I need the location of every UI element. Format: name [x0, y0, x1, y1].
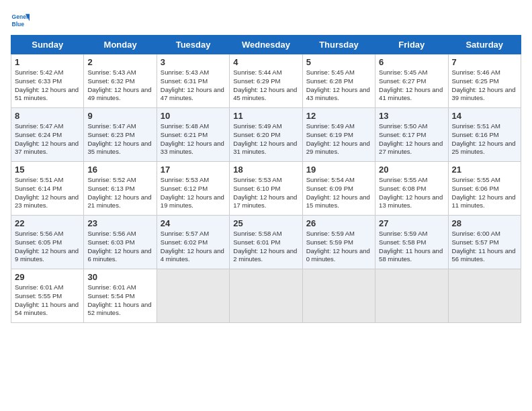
calendar-cell: 7Sunrise: 5:46 AMSunset: 6:25 PMDaylight…: [448, 54, 521, 108]
day-info: Sunrise: 5:52 AMSunset: 6:13 PMDaylight:…: [87, 176, 152, 210]
calendar-cell: 18Sunrise: 5:53 AMSunset: 6:10 PMDayligh…: [230, 162, 302, 216]
day-info: Sunrise: 5:53 AMSunset: 6:12 PMDaylight:…: [161, 176, 226, 210]
calendar-cell: 8Sunrise: 5:47 AMSunset: 6:24 PMDaylight…: [11, 108, 84, 162]
day-header-thursday: Thursday: [302, 36, 375, 54]
calendar-cell: [448, 269, 521, 323]
calendar-cell: 14Sunrise: 5:51 AMSunset: 6:16 PMDayligh…: [448, 108, 521, 162]
day-info: Sunrise: 5:48 AMSunset: 6:21 PMDaylight:…: [161, 122, 226, 156]
calendar-cell: 1Sunrise: 5:42 AMSunset: 6:33 PMDaylight…: [11, 54, 84, 108]
calendar-cell: 19Sunrise: 5:54 AMSunset: 6:09 PMDayligh…: [302, 162, 375, 216]
day-number: 11: [233, 111, 298, 121]
logo: General Blue: [11, 11, 32, 30]
day-info: Sunrise: 5:57 AMSunset: 6:02 PMDaylight:…: [161, 230, 226, 264]
day-number: 2: [87, 57, 152, 67]
day-info: Sunrise: 5:42 AMSunset: 6:33 PMDaylight:…: [15, 68, 80, 103]
day-header-friday: Friday: [375, 36, 448, 54]
day-info: Sunrise: 5:46 AMSunset: 6:25 PMDaylight:…: [452, 68, 517, 103]
calendar-cell: 29Sunrise: 6:01 AMSunset: 5:55 PMDayligh…: [11, 269, 84, 323]
calendar-cell: 20Sunrise: 5:55 AMSunset: 6:08 PMDayligh…: [375, 162, 448, 216]
calendar-cell: 9Sunrise: 5:47 AMSunset: 6:23 PMDaylight…: [84, 108, 157, 162]
day-number: 5: [306, 57, 371, 67]
calendar-cell: 21Sunrise: 5:55 AMSunset: 6:06 PMDayligh…: [448, 162, 521, 216]
day-info: Sunrise: 5:50 AMSunset: 6:17 PMDaylight:…: [379, 122, 444, 156]
day-info: Sunrise: 6:01 AMSunset: 5:55 PMDaylight:…: [15, 283, 80, 318]
calendar-cell: 23Sunrise: 5:56 AMSunset: 6:03 PMDayligh…: [84, 216, 157, 269]
calendar-cell: [302, 269, 375, 323]
day-number: 9: [87, 111, 152, 121]
calendar-cell: 4Sunrise: 5:44 AMSunset: 6:29 PMDaylight…: [230, 54, 302, 108]
day-header-saturday: Saturday: [448, 36, 521, 54]
day-number: 30: [87, 272, 152, 282]
day-info: Sunrise: 5:55 AMSunset: 6:06 PMDaylight:…: [452, 176, 517, 210]
day-info: Sunrise: 6:00 AMSunset: 5:57 PMDaylight:…: [452, 230, 517, 264]
calendar-week-4: 22Sunrise: 5:56 AMSunset: 6:05 PMDayligh…: [11, 216, 521, 269]
day-info: Sunrise: 5:56 AMSunset: 6:05 PMDaylight:…: [15, 230, 80, 264]
calendar-cell: 24Sunrise: 5:57 AMSunset: 6:02 PMDayligh…: [157, 216, 229, 269]
calendar-cell: [230, 269, 302, 323]
day-header-wednesday: Wednesday: [230, 36, 302, 54]
day-number: 28: [452, 218, 517, 228]
day-info: Sunrise: 5:59 AMSunset: 5:59 PMDaylight:…: [306, 230, 371, 264]
day-info: Sunrise: 5:45 AMSunset: 6:27 PMDaylight:…: [379, 68, 444, 103]
calendar-cell: 11Sunrise: 5:49 AMSunset: 6:20 PMDayligh…: [230, 108, 302, 162]
calendar-table: SundayMondayTuesdayWednesdayThursdayFrid…: [11, 35, 521, 323]
day-info: Sunrise: 5:58 AMSunset: 6:01 PMDaylight:…: [233, 230, 298, 264]
day-info: Sunrise: 5:56 AMSunset: 6:03 PMDaylight:…: [87, 230, 152, 264]
calendar-cell: [375, 269, 448, 323]
calendar-cell: 6Sunrise: 5:45 AMSunset: 6:27 PMDaylight…: [375, 54, 448, 108]
day-info: Sunrise: 5:55 AMSunset: 6:08 PMDaylight:…: [379, 176, 444, 210]
calendar-cell: 12Sunrise: 5:49 AMSunset: 6:19 PMDayligh…: [302, 108, 375, 162]
page-header: General Blue: [11, 11, 521, 30]
day-header-tuesday: Tuesday: [157, 36, 229, 54]
calendar-week-1: 1Sunrise: 5:42 AMSunset: 6:33 PMDaylight…: [11, 54, 521, 108]
day-number: 4: [233, 57, 298, 67]
calendar-week-2: 8Sunrise: 5:47 AMSunset: 6:24 PMDaylight…: [11, 108, 521, 162]
svg-text:Blue: Blue: [12, 21, 25, 28]
day-number: 25: [233, 218, 298, 228]
calendar-cell: [157, 269, 229, 323]
day-number: 12: [306, 111, 371, 121]
day-info: Sunrise: 5:47 AMSunset: 6:24 PMDaylight:…: [15, 122, 80, 156]
day-number: 10: [161, 111, 226, 121]
day-number: 13: [379, 111, 444, 121]
day-number: 19: [306, 165, 371, 175]
calendar-cell: 5Sunrise: 5:45 AMSunset: 6:28 PMDaylight…: [302, 54, 375, 108]
day-number: 27: [379, 218, 444, 228]
day-info: Sunrise: 5:45 AMSunset: 6:28 PMDaylight:…: [306, 68, 371, 103]
day-info: Sunrise: 5:47 AMSunset: 6:23 PMDaylight:…: [87, 122, 152, 156]
calendar-cell: 30Sunrise: 6:01 AMSunset: 5:54 PMDayligh…: [84, 269, 157, 323]
day-info: Sunrise: 5:49 AMSunset: 6:19 PMDaylight:…: [306, 122, 371, 156]
day-number: 24: [161, 218, 226, 228]
day-number: 23: [87, 218, 152, 228]
calendar-week-3: 15Sunrise: 5:51 AMSunset: 6:14 PMDayligh…: [11, 162, 521, 216]
day-number: 29: [15, 272, 80, 282]
day-info: Sunrise: 5:51 AMSunset: 6:16 PMDaylight:…: [452, 122, 517, 156]
calendar-cell: 2Sunrise: 5:43 AMSunset: 6:32 PMDaylight…: [84, 54, 157, 108]
day-number: 22: [15, 218, 80, 228]
day-info: Sunrise: 6:01 AMSunset: 5:54 PMDaylight:…: [87, 283, 152, 318]
calendar-cell: 17Sunrise: 5:53 AMSunset: 6:12 PMDayligh…: [157, 162, 229, 216]
calendar-cell: 26Sunrise: 5:59 AMSunset: 5:59 PMDayligh…: [302, 216, 375, 269]
day-number: 1: [15, 57, 80, 67]
day-number: 15: [15, 165, 80, 175]
day-header-sunday: Sunday: [11, 36, 84, 54]
header-row: SundayMondayTuesdayWednesdayThursdayFrid…: [11, 36, 521, 54]
day-info: Sunrise: 5:44 AMSunset: 6:29 PMDaylight:…: [233, 68, 298, 103]
day-number: 18: [233, 165, 298, 175]
calendar-cell: 25Sunrise: 5:58 AMSunset: 6:01 PMDayligh…: [230, 216, 302, 269]
calendar-cell: 3Sunrise: 5:43 AMSunset: 6:31 PMDaylight…: [157, 54, 229, 108]
day-number: 14: [452, 111, 517, 121]
day-header-monday: Monday: [84, 36, 157, 54]
day-info: Sunrise: 5:53 AMSunset: 6:10 PMDaylight:…: [233, 176, 298, 210]
day-info: Sunrise: 5:43 AMSunset: 6:31 PMDaylight:…: [161, 68, 226, 103]
day-info: Sunrise: 5:59 AMSunset: 5:58 PMDaylight:…: [379, 230, 444, 264]
calendar-cell: 22Sunrise: 5:56 AMSunset: 6:05 PMDayligh…: [11, 216, 84, 269]
day-number: 7: [452, 57, 517, 67]
day-number: 26: [306, 218, 371, 228]
day-number: 20: [379, 165, 444, 175]
calendar-cell: 15Sunrise: 5:51 AMSunset: 6:14 PMDayligh…: [11, 162, 84, 216]
day-info: Sunrise: 5:49 AMSunset: 6:20 PMDaylight:…: [233, 122, 298, 156]
logo-icon: General Blue: [11, 11, 30, 30]
calendar-cell: 27Sunrise: 5:59 AMSunset: 5:58 PMDayligh…: [375, 216, 448, 269]
calendar-cell: 16Sunrise: 5:52 AMSunset: 6:13 PMDayligh…: [84, 162, 157, 216]
